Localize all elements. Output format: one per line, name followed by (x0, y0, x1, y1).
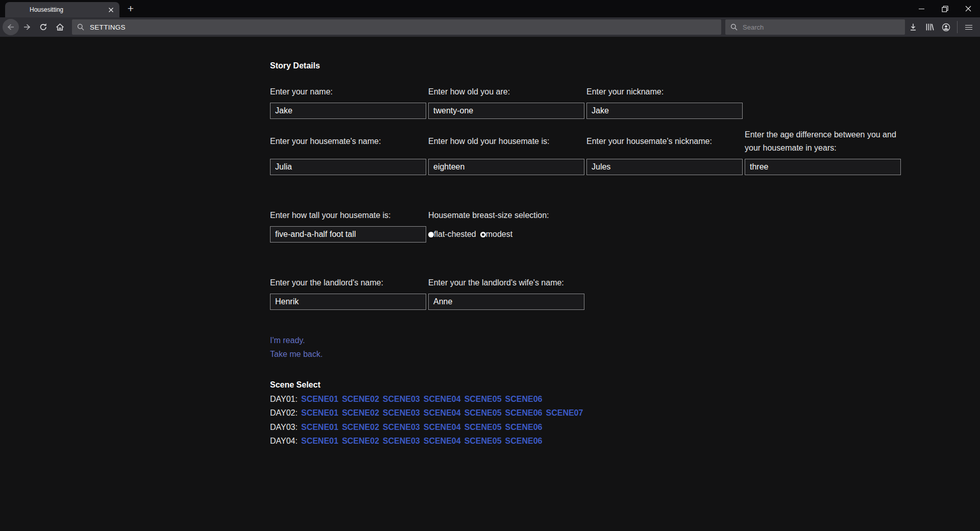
scene-link[interactable]: SCENE03 (383, 395, 420, 403)
radio-option-label[interactable]: modest (486, 230, 512, 239)
scene-link[interactable]: SCENE06 (505, 395, 543, 403)
day02-row: DAY02:SCENE01SCENE02SCENE03SCENE04SCENE0… (270, 406, 980, 420)
forward-icon (23, 23, 31, 31)
your-age-input[interactable] (428, 103, 584, 119)
account-button[interactable] (938, 19, 954, 35)
im-ready-link[interactable]: I'm ready. (270, 333, 305, 347)
scene-link[interactable]: SCENE03 (383, 437, 420, 445)
your-nickname-input[interactable] (586, 103, 743, 119)
your-age-label: Enter how old you are: (428, 85, 584, 99)
day04-label: DAY04: (270, 437, 298, 445)
age-difference-input[interactable] (745, 159, 901, 175)
scene-link[interactable]: SCENE07 (546, 408, 583, 417)
housemate-age-label: Enter how old your housemate is: (428, 135, 584, 148)
close-icon (108, 7, 114, 13)
landlord-name-input[interactable] (270, 294, 426, 310)
toolbar-separator (957, 21, 958, 33)
form-row-4-labels: Enter your the landlord's name: Enter yo… (270, 276, 980, 289)
form-row-4-inputs (270, 294, 980, 310)
scene-link[interactable]: SCENE03 (383, 408, 420, 417)
breast-size-label: Housemate breast-size selection: (428, 209, 584, 222)
your-name-label: Enter your name: (270, 85, 426, 99)
back-button[interactable] (3, 19, 19, 35)
new-tab-button[interactable]: + (122, 1, 139, 16)
scene-link[interactable]: SCENE04 (424, 437, 461, 445)
day01-label: DAY01: (270, 395, 298, 403)
minimize-icon (919, 9, 924, 9)
scene-link[interactable]: SCENE04 (424, 423, 461, 431)
scene-link[interactable]: SCENE04 (424, 408, 461, 417)
housemate-height-label: Enter how tall your housemate is: (270, 209, 426, 222)
age-difference-label: Enter the age difference between you and… (745, 128, 901, 155)
day03-row: DAY03:SCENE01SCENE02SCENE03SCENE04SCENE0… (270, 420, 980, 435)
library-button[interactable] (921, 19, 938, 35)
scene-link[interactable]: SCENE01 (301, 423, 338, 431)
scene-link[interactable]: SCENE05 (464, 437, 502, 445)
your-name-input[interactable] (270, 103, 426, 119)
scene-link[interactable]: SCENE02 (342, 437, 379, 445)
account-icon (942, 23, 950, 32)
housemate-height-input[interactable] (270, 226, 426, 243)
day04-row: DAY04:SCENE01SCENE02SCENE03SCENE04SCENE0… (270, 434, 980, 448)
search-input[interactable] (742, 23, 900, 32)
radio-option-label[interactable]: flat-chested (434, 230, 476, 239)
restore-icon (942, 6, 948, 12)
navigation-toolbar (0, 17, 980, 37)
close-window-button[interactable] (957, 0, 980, 17)
form-row-1-labels: Enter your name: Enter how old you are: … (270, 85, 980, 99)
scene-link[interactable]: SCENE06 (505, 437, 543, 445)
download-icon (909, 23, 917, 31)
form-row-2-inputs (270, 159, 980, 175)
downloads-button[interactable] (905, 19, 921, 35)
url-bar[interactable] (72, 19, 721, 35)
scene-link[interactable]: SCENE05 (464, 395, 502, 403)
scene-link[interactable]: SCENE03 (383, 423, 420, 431)
tab-title: Housesitting (30, 6, 63, 13)
menu-button[interactable] (961, 19, 977, 35)
breast-size-radio-group: flat-chested modest (428, 226, 584, 243)
tab-bar: Housesitting + (0, 0, 980, 17)
home-button[interactable] (52, 19, 68, 35)
scene-link[interactable]: SCENE02 (342, 423, 379, 431)
scene-link[interactable]: SCENE06 (505, 408, 543, 417)
radio-selected-icon[interactable] (428, 232, 434, 237)
tab-close-button[interactable] (105, 4, 116, 15)
day03-label: DAY03: (270, 423, 298, 431)
scene-link[interactable]: SCENE04 (424, 395, 461, 403)
housemate-age-input[interactable] (428, 159, 584, 175)
scene-link[interactable]: SCENE01 (301, 437, 338, 445)
menu-icon (965, 23, 972, 31)
reload-button[interactable] (35, 19, 52, 35)
reload-icon (39, 23, 47, 31)
housemate-name-input[interactable] (270, 159, 426, 175)
story-details-heading: Story Details (270, 61, 980, 70)
form-row-3-inputs: flat-chested modest (270, 226, 980, 243)
take-me-back-link[interactable]: Take me back. (270, 347, 323, 361)
radio-unselected-icon[interactable] (480, 232, 486, 237)
scene-link[interactable]: SCENE01 (301, 395, 338, 403)
scene-select-section: Scene Select DAY01:SCENE01SCENE02SCENE03… (270, 378, 980, 448)
landlord-wife-name-input[interactable] (428, 294, 584, 310)
housemate-nickname-input[interactable] (586, 159, 743, 175)
scene-link[interactable]: SCENE06 (505, 423, 543, 431)
scene-link[interactable]: SCENE02 (342, 395, 379, 403)
scene-link[interactable]: SCENE01 (301, 408, 338, 417)
action-links: I'm ready. Take me back. (270, 333, 980, 361)
search-bar[interactable] (725, 19, 905, 35)
scene-link[interactable]: SCENE02 (342, 408, 379, 417)
tab-housesitting[interactable]: Housesitting (5, 2, 119, 17)
forward-button[interactable] (19, 19, 35, 35)
minimize-button[interactable] (910, 0, 933, 17)
back-icon (3, 19, 19, 35)
url-input[interactable] (89, 23, 716, 32)
close-icon (965, 6, 971, 12)
form-row-1-inputs (270, 103, 980, 119)
radio-option-modest[interactable]: modest (480, 230, 512, 239)
restore-button[interactable] (933, 0, 957, 17)
page-content: Story Details Enter your name: Enter how… (0, 37, 980, 448)
library-icon (925, 23, 934, 31)
scene-link[interactable]: SCENE05 (464, 408, 502, 417)
radio-option-flat-chested[interactable]: flat-chested (428, 230, 476, 239)
housemate-nickname-label: Enter your housemate's nickname: (586, 135, 743, 148)
scene-link[interactable]: SCENE05 (464, 423, 502, 431)
